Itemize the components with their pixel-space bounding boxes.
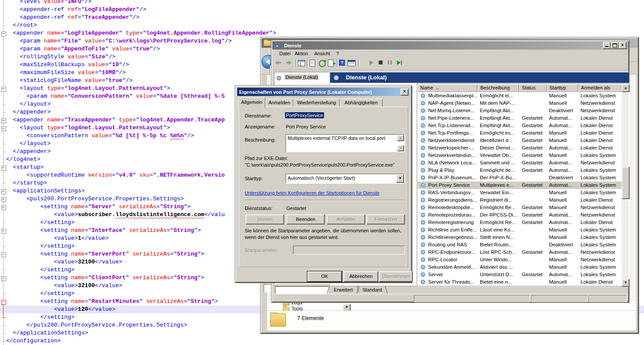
table-row[interactable]: Multimediaklassenpl...Ermöglicht ei...Ma…: [418, 92, 622, 100]
column-header-beschreibung[interactable]: Beschreibung: [478, 84, 519, 92]
starten-button[interactable]: Starten: [246, 214, 284, 224]
fold-marker-icon[interactable]: [1, 189, 6, 194]
column-header-anmelden[interactable]: Anmelden als: [578, 84, 622, 92]
dialog-titlebar[interactable]: Eigenschaften von Port Proxy Service (Lo…: [237, 88, 410, 96]
uebernehmen-button[interactable]: Übernehmen: [379, 271, 413, 282]
column-header-starttyp[interactable]: Starttyp: [547, 84, 578, 92]
scrollbar-thumb[interactable]: [622, 167, 630, 199]
dialog-title: Eigenschaften von Port Proxy Service (Lo…: [239, 89, 372, 95]
details-pane: 7 Elemente: [267, 310, 636, 331]
maximize-button[interactable]: [611, 42, 619, 49]
tab-standard[interactable]: Standard: [359, 286, 385, 294]
editor-gutter[interactable]: [0, 0, 6, 345]
fold-marker-icon[interactable]: [1, 197, 6, 202]
table-row[interactable]: RPC-Endpunktzuor...Löst RPC-Sch...Gestar…: [418, 249, 622, 256]
menu-aktion[interactable]: Aktion: [295, 51, 308, 56]
beenden-button[interactable]: Beenden: [286, 214, 325, 224]
column-header-status[interactable]: Status: [519, 84, 547, 92]
dienstname-value[interactable]: PortProxyService: [285, 112, 324, 118]
fortsetzen-button[interactable]: Fortsetzen: [366, 214, 405, 224]
tree-pane-footer: [275, 286, 328, 294]
restart-service-icon[interactable]: [397, 60, 405, 68]
table-row[interactable]: Netzwerkverbindun...Verwaltet Ob...Gesta…: [418, 152, 622, 159]
scroll-down-icon[interactable]: ▼: [397, 145, 404, 151]
tree-item-dienste[interactable]: Dienste (Lokal): [275, 74, 327, 82]
menu-datei[interactable]: Datei: [279, 51, 291, 56]
fold-marker-icon[interactable]: [1, 126, 6, 131]
table-row[interactable]: Sekundäre Anmeld...Aktiviert das ...Manu…: [418, 263, 622, 271]
table-row[interactable]: RPC-LocatorUnter Windo...ManuellNetzwerk…: [418, 256, 622, 263]
menu-ansicht[interactable]: Ansicht: [314, 51, 330, 56]
table-row[interactable]: Richtlinienergebniss...Stellt einen N...…: [418, 234, 622, 241]
menu-help[interactable]: ?: [336, 51, 339, 56]
vertical-scrollbar[interactable]: ▲ ▼: [622, 84, 629, 286]
table-row[interactable]: Richtlinie zum Entfe...Lässt eine Ko...M…: [418, 226, 622, 234]
abbrechen-button[interactable]: Abbrechen: [344, 271, 378, 282]
table-row[interactable]: Plug & PlayErmöglicht de...GestartetAuto…: [418, 167, 622, 174]
tab-erweitert[interactable]: Erweitert: [329, 286, 357, 294]
explorer-field-fragment[interactable]: [264, 284, 272, 292]
fold-marker-icon[interactable]: [1, 229, 6, 234]
tab-allgemein[interactable]: Allgemein: [238, 97, 265, 108]
startoptions-link[interactable]: Unterstützung beim Konfigurieren der Sta…: [245, 190, 380, 196]
services-list[interactable]: Name Beschreibung Status Starttyp Anmeld…: [417, 83, 630, 287]
table-row[interactable]: Remoteprozedurau...Der RPCSS-Di...Gestar…: [418, 211, 622, 219]
ok-button[interactable]: OK: [307, 271, 342, 282]
table-row[interactable]: NetzwerklistendienstIdentifiziert d...Ge…: [418, 137, 622, 144]
export-list-icon[interactable]: [328, 60, 334, 67]
table-row[interactable]: PnP-X-IP-Busenum...Der PnP-X-Bu...Deakti…: [418, 174, 622, 181]
tab-anmelden[interactable]: Anmelden: [265, 99, 293, 107]
table-row[interactable]: Net.Pipe-Listenera...Empfängt Akt...Gest…: [418, 114, 622, 122]
fold-marker-changed-icon[interactable]: [1, 300, 6, 305]
tab-abhaengigkeiten[interactable]: Abhängigkeiten: [340, 99, 383, 107]
pause-service-icon[interactable]: [388, 60, 395, 68]
table-row[interactable]: RAS-Verbindungsv...Verwaltet Ein...Manue…: [418, 189, 622, 196]
service-gear-icon: [420, 129, 426, 137]
table-row[interactable]: Routing und RASBietet Routin...Deaktivie…: [418, 241, 622, 249]
column-header-name[interactable]: Name: [418, 84, 478, 92]
stop-service-icon[interactable]: [379, 60, 386, 68]
startparameter-input[interactable]: [293, 245, 405, 255]
table-row[interactable]: NLA (Network Loca...Sammelt und ...Gesta…: [418, 159, 622, 167]
table-row[interactable]: Net.Msmq-Listener...Empfängt Akt...Deakt…: [418, 107, 622, 114]
forward-arrow-icon[interactable]: [285, 60, 293, 68]
fold-marker-icon[interactable]: [1, 118, 6, 123]
table-row[interactable]: NAP-Agent (Netwo...Mit dem NAP-...Manuel…: [418, 100, 622, 107]
window-list-icon[interactable]: [348, 60, 355, 66]
table-row[interactable]: Net.Tcp-Portfreiga...Ermöglicht es...Ges…: [418, 129, 622, 137]
refresh-icon[interactable]: [319, 60, 326, 67]
fold-marker-icon[interactable]: [1, 87, 6, 92]
table-row[interactable]: Port Proxy ServiceMultiplexes e...Gestar…: [418, 181, 622, 189]
minimize-button[interactable]: [603, 42, 611, 49]
beschreibung-textarea[interactable]: Multiplexes external TCP/IP data on loca…: [285, 134, 405, 152]
table-row[interactable]: Netzwerkspeicher-...Dieser Dienst...Gest…: [418, 144, 622, 152]
start-service-icon[interactable]: [370, 60, 377, 68]
back-arrow-icon[interactable]: [275, 60, 282, 68]
chevron-down-icon[interactable]: ▼: [396, 174, 404, 183]
starttyp-combobox[interactable]: Automatisch (Verzögerter Start) ▼: [285, 174, 405, 184]
fold-marker-icon[interactable]: [1, 276, 6, 281]
scroll-up-icon[interactable]: ▲: [622, 84, 630, 92]
fold-marker-icon[interactable]: [1, 205, 6, 210]
fold-marker-icon[interactable]: [1, 253, 6, 257]
table-row[interactable]: Registrierungsdiens...Registriert di...M…: [418, 196, 622, 204]
fold-marker-icon[interactable]: [1, 32, 6, 36]
services-titlebar[interactable]: Dienste ×: [272, 41, 628, 50]
table-row[interactable]: Remotedesktopdie...Ermöglicht Be...Gesta…: [418, 204, 622, 211]
table-row[interactable]: Net.Tcp-Listenerad...Empfängt Akt...Gest…: [418, 122, 622, 129]
table-row[interactable]: ServerUnterstützt D...GestartetAutomat..…: [418, 271, 622, 278]
help-icon[interactable]: ?: [339, 60, 345, 66]
properties-icon[interactable]: [310, 60, 315, 67]
service-gear-icon: [420, 278, 426, 286]
close-icon[interactable]: ×: [619, 42, 626, 49]
table-row[interactable]: RemoteregistrierungErmöglicht Re...Gesta…: [418, 219, 622, 226]
service-name: Net.Msmq-Listener...: [428, 107, 478, 114]
close-icon[interactable]: ×: [401, 89, 408, 96]
scroll-up-icon[interactable]: ▲: [397, 135, 404, 141]
properties-dialog[interactable]: Eigenschaften von Port Proxy Service (Lo…: [235, 85, 412, 283]
anhalten-button[interactable]: Anhalten: [327, 214, 365, 224]
table-row[interactable]: Server für Threads...Bietet eine n...Man…: [418, 278, 622, 286]
tab-wiederherstellung[interactable]: Wiederherstellung: [293, 99, 340, 107]
console-tree-icon[interactable]: [298, 60, 305, 66]
fold-marker-icon[interactable]: [1, 166, 6, 171]
